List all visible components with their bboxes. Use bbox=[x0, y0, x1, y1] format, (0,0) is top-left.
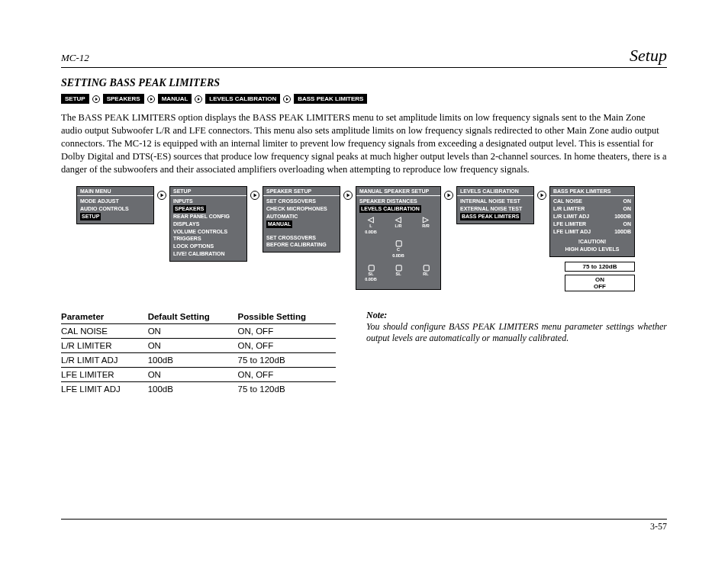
page-title: SETTING BASS PEAK LIMITERS bbox=[61, 77, 667, 89]
breadcrumb-arrow-icon bbox=[283, 95, 291, 103]
menu-body: SPEAKER DISTANCES LEVELS CALIBRATION ◁L0… bbox=[356, 196, 440, 289]
menu-item: INTERNAL NOISE TEST bbox=[460, 198, 530, 205]
note-text: You should configure BASS PEAK LIMITERS … bbox=[366, 321, 667, 344]
breadcrumb-arrow-icon bbox=[92, 95, 100, 103]
table-row: L/R LIMITER ON ON, OFF bbox=[61, 338, 336, 352]
range-callout: 75 to 120dB bbox=[565, 262, 635, 272]
menu-bass-peak-limiters: BASS PEAK LIMITERS CAL NOISEON L/R LIMIT… bbox=[549, 186, 635, 257]
svg-marker-17 bbox=[541, 194, 544, 198]
menu-item: MANUAL bbox=[266, 220, 337, 228]
svg-marker-3 bbox=[150, 98, 153, 101]
note-block: Note: You should configure BASS PEAK LIM… bbox=[366, 310, 667, 396]
menu-body: INPUTS SPEAKERS REAR PANEL CONFIG DISPLA… bbox=[170, 196, 246, 260]
menu-head: BASS PEAK LIMITERS bbox=[550, 187, 634, 196]
breadcrumb-chip: SETUP bbox=[61, 94, 89, 104]
menu-setup: SETUP INPUTS SPEAKERS REAR PANEL CONFIG … bbox=[169, 186, 247, 261]
menu-body: MODE ADJUST AUDIO CONTROLS SETUP bbox=[77, 196, 153, 223]
menu-item: AUTOMATIC bbox=[266, 213, 337, 220]
menu-item: BASS PEAK LIMITERS bbox=[460, 213, 530, 220]
table-row: LFE LIMITER ON ON, OFF bbox=[61, 367, 336, 381]
breadcrumb: SETUP SPEAKERS MANUAL LEVELS CALIBRATION… bbox=[61, 94, 667, 104]
menu-main: MAIN MENU MODE ADJUST AUDIO CONTROLS SET… bbox=[76, 186, 154, 224]
flow-arrow-icon bbox=[157, 191, 166, 201]
svg-marker-13 bbox=[347, 194, 350, 198]
table-header: Possible Setting bbox=[238, 310, 336, 324]
menu-item: L/R LIMIT ADJ100dB bbox=[553, 213, 631, 220]
flow-arrow-icon bbox=[444, 191, 453, 201]
menu-item: L/R LIMITERON bbox=[553, 205, 631, 213]
menu-item: TRIGGERS bbox=[173, 235, 243, 243]
breadcrumb-chip: BASS PEAK LIMITERS bbox=[294, 94, 367, 104]
menu-item: CHECK MICROPHONES bbox=[266, 205, 337, 213]
table-row: LFE LIMIT ADJ 100dB 75 to 120dB bbox=[61, 381, 336, 396]
page-footer: 3-57 bbox=[61, 519, 667, 532]
menu-speaker-setup: SPEAKER SETUP SET CROSSOVERS CHECK MICRO… bbox=[263, 186, 340, 253]
svg-marker-7 bbox=[286, 98, 288, 101]
menu-item: EXTERNAL NOISE TEST bbox=[460, 205, 530, 213]
menu-item: LOCK OPTIONS bbox=[173, 243, 243, 250]
menu-body: CAL NOISEON L/R LIMITERON L/R LIMIT ADJ1… bbox=[550, 196, 634, 256]
menu-item: SET CROSSOVERS bbox=[266, 198, 337, 205]
breadcrumb-chip: LEVELS CALIBRATION bbox=[205, 94, 280, 104]
menu-body: SET CROSSOVERS CHECK MICROPHONES AUTOMAT… bbox=[263, 196, 340, 252]
menu-item: MODE ADJUST bbox=[80, 198, 150, 205]
menu-footer-line: BEFORE CALIBRATING bbox=[266, 241, 337, 249]
svg-marker-5 bbox=[198, 98, 200, 101]
breadcrumb-chip: MANUAL bbox=[158, 94, 192, 104]
menu-item: LEVELS CALIBRATION bbox=[359, 205, 437, 213]
table-header: Parameter bbox=[61, 310, 148, 324]
menu-head: SPEAKER SETUP bbox=[263, 187, 340, 196]
breadcrumb-arrow-icon bbox=[195, 95, 202, 103]
menu-head: MANUAL SPEAKER SETUP bbox=[356, 187, 440, 196]
menu-manual-speaker-setup: MANUAL SPEAKER SETUP SPEAKER DISTANCES L… bbox=[356, 186, 441, 290]
menu-head: LEVELS CALIBRATION bbox=[457, 187, 533, 196]
menu-item: REAR PANEL CONFIG bbox=[173, 213, 243, 220]
menu-item: AUDIO CONTROLS bbox=[80, 205, 150, 213]
page-number: 3-57 bbox=[650, 521, 667, 532]
flow-arrow-icon bbox=[537, 191, 546, 201]
menu-item: CAL NOISEON bbox=[553, 198, 631, 205]
table-header: Default Setting bbox=[148, 310, 238, 324]
svg-marker-11 bbox=[254, 194, 257, 198]
svg-marker-9 bbox=[161, 194, 164, 198]
menu-item: VOLUME CONTROLS bbox=[173, 228, 243, 236]
page-header: MC-12 Setup bbox=[61, 46, 667, 68]
caution-label: !CAUTION! HIGH AUDIO LEVELS bbox=[553, 238, 631, 253]
menu-item: LFE LIMITERON bbox=[553, 220, 631, 228]
lower-columns: Parameter Default Setting Possible Setti… bbox=[61, 310, 667, 396]
callout-boxes: 75 to 120dB ON OFF bbox=[565, 262, 635, 291]
flow-arrow-icon bbox=[343, 191, 353, 201]
menu-item: LIVE! CALIBRATION bbox=[173, 250, 243, 258]
note-label: Note: bbox=[366, 310, 667, 321]
flow-arrow-icon bbox=[250, 191, 259, 201]
parameter-table-wrapper: Parameter Default Setting Possible Setti… bbox=[61, 310, 336, 396]
section-name: Setup bbox=[630, 46, 667, 66]
menu-item: SPEAKERS bbox=[173, 205, 243, 213]
speaker-layout-icon: ◁L0.0dB ◁L/R ▷R/R ▢C0.0dB ▢SL0.0dB ▢SL ▢… bbox=[359, 213, 437, 286]
menu-item: DISPLAYS bbox=[173, 220, 243, 228]
breadcrumb-arrow-icon bbox=[147, 95, 155, 103]
menu-item: SPEAKER DISTANCES bbox=[359, 198, 437, 205]
menu-item: SETUP bbox=[80, 213, 150, 220]
menu-item: LFE LIMIT ADJ100dB bbox=[553, 228, 631, 236]
menu-bass-peak-limiters-wrapper: BASS PEAK LIMITERS CAL NOISEON L/R LIMIT… bbox=[549, 186, 635, 294]
menu-head: MAIN MENU bbox=[77, 187, 153, 196]
onoff-callout: ON OFF bbox=[565, 275, 635, 291]
menu-footer-line: SET CROSSOVERS bbox=[266, 234, 337, 242]
menu-levels-calibration: LEVELS CALIBRATION INTERNAL NOISE TEST E… bbox=[456, 186, 534, 224]
menu-body: INTERNAL NOISE TEST EXTERNAL NOISE TEST … bbox=[457, 196, 533, 223]
menu-head: SETUP bbox=[170, 187, 246, 196]
parameter-table: Parameter Default Setting Possible Setti… bbox=[61, 310, 336, 396]
model-code: MC-12 bbox=[61, 52, 89, 64]
body-paragraph: The BASS PEAK LIMITERS option displays t… bbox=[61, 111, 667, 175]
table-row: L/R LIMIT ADJ 100dB 75 to 120dB bbox=[61, 352, 336, 367]
breadcrumb-chip: SPEAKERS bbox=[103, 94, 144, 104]
menu-flow: MAIN MENU MODE ADJUST AUDIO CONTROLS SET… bbox=[76, 186, 667, 294]
svg-marker-15 bbox=[448, 194, 451, 198]
menu-item: INPUTS bbox=[173, 198, 243, 205]
table-row: CAL NOISE ON ON, OFF bbox=[61, 323, 336, 338]
svg-marker-1 bbox=[95, 98, 98, 101]
